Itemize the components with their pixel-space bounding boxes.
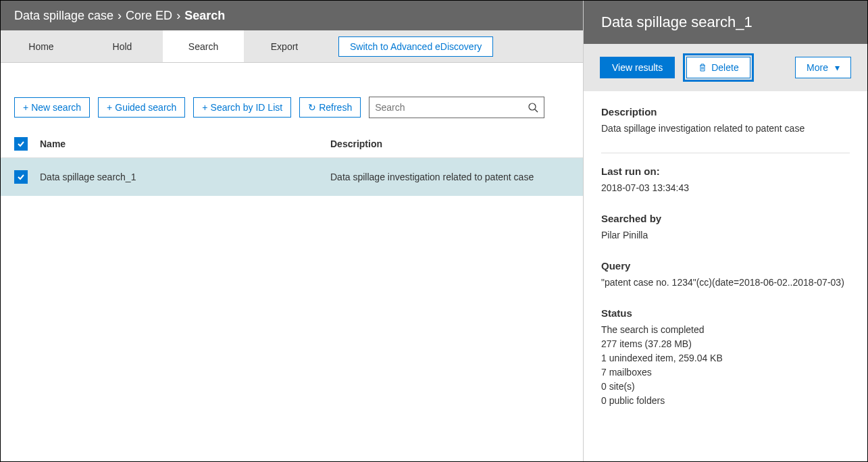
panel-actions: View results Delete More ▾ <box>584 44 867 91</box>
table-row[interactable]: Data spillage search_1 Data spillage inv… <box>1 157 583 196</box>
delete-label: Delete <box>711 62 738 73</box>
refresh-label: Refresh <box>319 102 352 113</box>
table-header: Name Description <box>1 130 583 157</box>
search-box[interactable] <box>369 97 544 118</box>
query-heading: Query <box>601 260 850 272</box>
delete-highlight: Delete <box>683 53 753 82</box>
delete-button[interactable]: Delete <box>686 57 750 78</box>
tab-home[interactable]: Home <box>1 30 82 62</box>
status-line: 1 unindexed item, 259.04 KB <box>601 351 850 365</box>
status-line: 277 items (37.28 MB) <box>601 337 850 351</box>
search-input[interactable] <box>375 102 510 113</box>
column-header-name[interactable]: Name <box>40 138 330 149</box>
search-icon <box>528 102 538 113</box>
tab-bar: Home Hold Search Export Switch to Advanc… <box>1 30 583 63</box>
plus-icon: + <box>23 102 28 113</box>
more-label: More <box>807 62 828 73</box>
searched-by-value: Pilar Pinilla <box>601 228 850 242</box>
row-name: Data spillage search_1 <box>40 172 330 182</box>
query-value: "patent case no. 1234"(cc)(date=2018-06-… <box>601 276 850 290</box>
svg-point-0 <box>529 103 536 110</box>
guided-search-button[interactable]: + Guided search <box>98 97 185 118</box>
searched-by-heading: Searched by <box>601 213 850 224</box>
status-line: 0 site(s) <box>601 380 850 394</box>
status-heading: Status <box>601 307 850 319</box>
breadcrumb-crumb-1[interactable]: Data spillage case <box>14 9 113 23</box>
chevron-down-icon: ▾ <box>835 62 840 73</box>
breadcrumb-crumb-3: Search <box>184 9 225 23</box>
refresh-icon: ↻ <box>308 102 316 113</box>
tab-hold[interactable]: Hold <box>82 30 163 62</box>
switch-advanced-button[interactable]: Switch to Advanced eDiscovery <box>338 36 493 57</box>
breadcrumb: Data spillage case › Core ED › Search <box>1 1 583 30</box>
select-all-checkbox[interactable] <box>14 137 28 151</box>
plus-icon: + <box>107 102 112 113</box>
tab-search[interactable]: Search <box>163 30 244 62</box>
panel-details: Description Data spillage investigation … <box>584 91 867 423</box>
chevron-right-icon: › <box>118 9 122 23</box>
last-run-heading: Last run on: <box>601 165 850 177</box>
description-heading: Description <box>601 106 850 118</box>
last-run-value: 2018-07-03 13:34:43 <box>601 181 850 195</box>
guided-search-label: Guided search <box>115 102 176 113</box>
new-search-button[interactable]: + New search <box>14 97 90 118</box>
status-line: The search is completed <box>601 323 850 337</box>
panel-title: Data spillage search_1 <box>584 1 867 44</box>
refresh-button[interactable]: ↻ Refresh <box>299 97 361 118</box>
status-line: 7 mailboxes <box>601 365 850 380</box>
chevron-right-icon: › <box>176 9 180 23</box>
new-search-label: New search <box>31 102 81 113</box>
column-header-description[interactable]: Description <box>330 138 569 149</box>
divider <box>601 153 850 153</box>
search-by-id-button[interactable]: + Search by ID List <box>193 97 291 118</box>
tab-export[interactable]: Export <box>244 30 325 62</box>
check-icon <box>17 140 25 148</box>
search-by-id-label: Search by ID List <box>211 102 283 113</box>
view-results-button[interactable]: View results <box>600 57 675 78</box>
row-checkbox[interactable] <box>14 170 28 184</box>
plus-icon: + <box>202 102 207 113</box>
status-value: The search is completed 277 items (37.28… <box>601 323 850 408</box>
description-value: Data spillage investigation related to p… <box>601 122 850 136</box>
toolbar: + New search + Guided search + Search by… <box>1 63 583 130</box>
svg-line-1 <box>535 109 538 112</box>
row-description: Data spillage investigation related to p… <box>330 172 569 182</box>
more-button[interactable]: More ▾ <box>795 57 851 78</box>
check-icon <box>17 173 25 181</box>
status-line: 0 public folders <box>601 394 850 408</box>
trash-icon <box>698 63 707 72</box>
breadcrumb-crumb-2[interactable]: Core ED <box>126 9 172 23</box>
